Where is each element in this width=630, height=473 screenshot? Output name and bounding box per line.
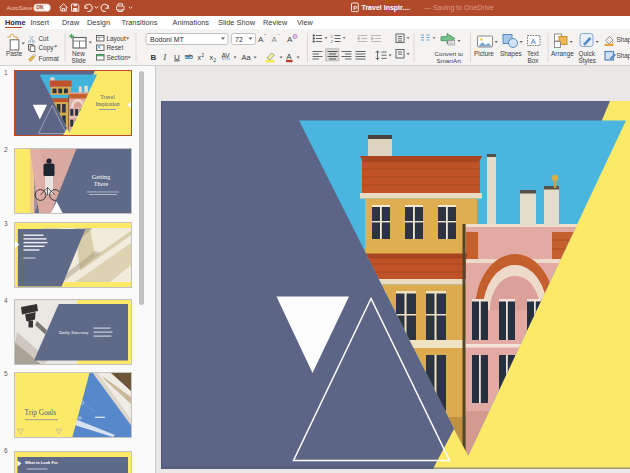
svg-text:72: 72: [235, 36, 243, 43]
svg-text:Section: Section: [107, 54, 129, 61]
svg-text:U: U: [174, 53, 180, 62]
svg-text:2: 2: [214, 58, 217, 63]
svg-text:2: 2: [331, 39, 334, 44]
svg-text:Picture: Picture: [474, 50, 494, 57]
svg-text:2: 2: [202, 53, 205, 58]
svg-text:B: B: [151, 53, 157, 62]
svg-text:A: A: [531, 37, 536, 46]
svg-text:Shape: Shape: [617, 52, 630, 60]
svg-text:A: A: [287, 35, 293, 44]
svg-text:Copy: Copy: [39, 44, 55, 52]
svg-text:Reset: Reset: [107, 44, 124, 51]
svg-text:ab: ab: [185, 53, 193, 60]
svg-text:ˆ: ˆ: [264, 33, 266, 39]
svg-text:AutoSave: AutoSave: [7, 5, 34, 11]
svg-text:A: A: [258, 35, 264, 44]
svg-text:A: A: [287, 52, 292, 61]
svg-text:ON: ON: [36, 5, 44, 10]
svg-text:Trip Goals: Trip Goals: [25, 408, 57, 417]
svg-text:— Saving to OneDrive: — Saving to OneDrive: [424, 4, 494, 12]
svg-text:Aa: Aa: [242, 53, 252, 62]
svg-text:Format: Format: [39, 55, 59, 62]
svg-text:Shapes: Shapes: [500, 50, 522, 58]
svg-text:Paste: Paste: [6, 50, 23, 57]
svg-text:Bodoni MT: Bodoni MT: [150, 36, 185, 43]
svg-text:Travel: Travel: [100, 94, 115, 100]
svg-text:Daily Itinerary: Daily Itinerary: [59, 330, 89, 335]
svg-text:Box: Box: [528, 57, 540, 64]
svg-text:A: A: [272, 35, 278, 44]
svg-text:Slide: Slide: [72, 57, 87, 64]
svg-text:There: There: [94, 180, 109, 187]
svg-text:1: 1: [331, 34, 334, 39]
svg-text:Getting: Getting: [92, 173, 111, 180]
svg-text:P: P: [353, 5, 357, 11]
svg-text:Layout: Layout: [107, 35, 126, 43]
svg-text:Arrange: Arrange: [551, 50, 574, 58]
svg-text:SmartArt: SmartArt: [437, 57, 462, 64]
svg-text:What to Look For: What to Look For: [25, 460, 58, 465]
svg-text:Travel Inspir....: Travel Inspir....: [362, 4, 411, 12]
svg-text:Styles: Styles: [579, 57, 596, 65]
svg-text:Cut: Cut: [39, 35, 49, 42]
svg-text:I: I: [163, 53, 167, 62]
svg-text:ˇ: ˇ: [278, 33, 280, 39]
svg-text:Shape: Shape: [617, 36, 630, 44]
svg-text:Inspiration: Inspiration: [95, 101, 119, 107]
